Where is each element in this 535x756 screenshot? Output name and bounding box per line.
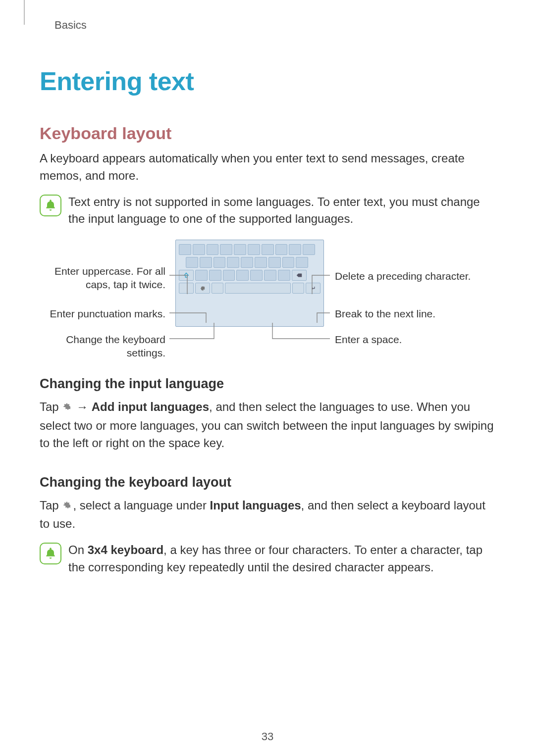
section-heading-keyboard-layout: Keyboard layout <box>40 124 495 143</box>
text-layout-mid: , select a language under <box>73 499 210 512</box>
text-tap2: Tap <box>40 499 62 512</box>
comma-key <box>212 283 223 294</box>
callout-punctuation: Enter punctuation marks. <box>40 307 165 320</box>
text-input-languages-bold: Input languages <box>210 499 301 512</box>
bell-icon <box>40 543 61 564</box>
note-text-1: Text entry is not supported in some lang… <box>68 194 495 228</box>
symbols-key <box>179 283 194 294</box>
breadcrumb: Basics <box>54 19 495 32</box>
backspace-key <box>292 270 307 281</box>
callout-nextline: Break to the next line. <box>335 307 488 320</box>
shift-key <box>179 270 194 281</box>
page-title: Entering text <box>40 66 495 96</box>
gear-icon <box>62 400 73 417</box>
settings-key <box>195 283 210 294</box>
bell-icon <box>40 195 61 216</box>
note2-pre: On <box>68 543 88 556</box>
note-block-1: Text entry is not supported in some lang… <box>40 194 495 228</box>
paragraph-input-language: Tap → Add input languages, and then sele… <box>40 399 495 452</box>
margin-rule <box>24 0 25 25</box>
text-add-input-languages: Add input languages <box>92 400 209 413</box>
keyboard-illustration <box>175 240 324 327</box>
callout-space: Enter a space. <box>335 333 488 346</box>
callout-settings: Change the keyboard settings. <box>40 333 165 360</box>
intro-text: A keyboard appears automatically when yo… <box>40 150 495 185</box>
key <box>179 244 191 255</box>
note-text-2: On 3x4 keyboard, a key has three or four… <box>68 542 495 576</box>
paragraph-keyboard-layout: Tap , select a language under Input lang… <box>40 497 495 533</box>
note-block-2: On 3x4 keyboard, a key has three or four… <box>40 542 495 576</box>
enter-key <box>306 283 321 294</box>
space-key <box>225 283 291 294</box>
text-arrow: → <box>76 400 92 413</box>
gear-icon <box>62 499 73 516</box>
subheading-keyboard-layout: Changing the keyboard layout <box>40 475 495 490</box>
callout-delete: Delete a preceding character. <box>335 269 488 283</box>
period-key <box>292 283 304 294</box>
callout-uppercase: Enter uppercase. For all caps, tap it tw… <box>40 264 165 292</box>
subheading-input-language: Changing the input language <box>40 376 495 392</box>
text-tap: Tap <box>40 400 62 413</box>
note2-bold: 3x4 keyboard <box>88 543 163 556</box>
page-number: 33 <box>0 730 535 743</box>
keyboard-diagram: Enter uppercase. For all caps, tap it tw… <box>40 240 495 353</box>
